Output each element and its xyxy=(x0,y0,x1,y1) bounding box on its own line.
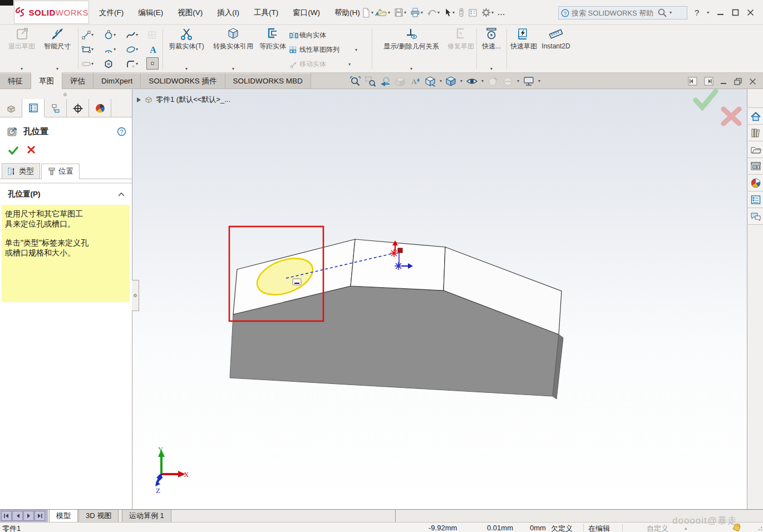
linear-sketch-pattern-button[interactable]: 线性草图阵列 ▾ xyxy=(289,45,357,55)
view-orientation-icon[interactable] xyxy=(425,76,436,87)
configurationmanager-tab[interactable] xyxy=(45,99,67,117)
close-button[interactable] xyxy=(747,9,754,16)
tab-sketch[interactable]: 草图 xyxy=(31,72,62,89)
circle-tool[interactable]: ▾ xyxy=(104,30,116,40)
menu-insert[interactable]: 插入(I) xyxy=(217,8,239,18)
featuremanager-tab[interactable] xyxy=(0,99,22,117)
print-button[interactable]: ▾ xyxy=(409,7,424,18)
collapse-left-icon[interactable] xyxy=(688,77,697,86)
red-handle-square[interactable] xyxy=(398,248,402,253)
tab-features[interactable]: 特征 xyxy=(0,73,31,88)
next-tab-button[interactable] xyxy=(23,511,34,521)
design-library-tab[interactable] xyxy=(748,125,763,141)
doc-minimize-button[interactable] xyxy=(720,78,727,85)
display-style-icon[interactable] xyxy=(445,76,457,87)
polygon-tool[interactable] xyxy=(104,59,114,69)
apply-scene-icon[interactable] xyxy=(502,76,514,87)
last-tab-button[interactable] xyxy=(35,511,45,521)
menu-help[interactable]: 帮助(H) xyxy=(334,8,360,18)
sketch-fillet-tool[interactable]: ▾ xyxy=(126,59,138,69)
collapse-chevron-icon[interactable] xyxy=(117,192,125,197)
home-tab[interactable] xyxy=(748,108,763,125)
sketch-picture-tool[interactable] xyxy=(147,30,157,40)
toggle-icon[interactable] xyxy=(457,7,465,18)
cancel-button[interactable] xyxy=(27,145,36,154)
custom-properties-tab[interactable] xyxy=(748,191,763,208)
help-button[interactable]: ? xyxy=(695,8,699,17)
custom-tab-caret-icon[interactable]: ▴ xyxy=(685,525,687,531)
view-settings-icon[interactable] xyxy=(523,76,535,87)
tag-icon[interactable] xyxy=(732,524,741,531)
move-entities-button[interactable]: 移动实体 ▾ xyxy=(289,60,351,69)
resize-grip[interactable] xyxy=(757,525,762,531)
trim-entities-button[interactable]: 剪裁实体(T) ▾ xyxy=(166,27,207,71)
displaymanager-tab[interactable] xyxy=(89,99,111,117)
dimxpertmanager-tab[interactable] xyxy=(67,99,89,117)
search-input[interactable] xyxy=(572,9,655,17)
menu-view[interactable]: 视图(V) xyxy=(178,8,203,18)
graphics-viewport[interactable]: Y X Z 零件1 (默认<<默认>_... xyxy=(132,89,747,509)
hole-position-section-header[interactable]: 孔位置(P) xyxy=(0,183,132,203)
save-button[interactable]: ▾ xyxy=(393,7,407,18)
display-delete-relations-button[interactable]: 显示/删除几何关系 ▾ xyxy=(376,27,446,71)
appearances-tab[interactable] xyxy=(748,175,763,191)
search-scope-dropdown[interactable]: ▾ xyxy=(670,11,672,15)
help-dropdown[interactable]: ▾ xyxy=(707,11,709,15)
3d-views-tab[interactable]: 3D 视图 xyxy=(78,510,119,522)
view-orientation-dropdown[interactable]: ▾ xyxy=(440,79,442,83)
tab-hole-type[interactable]: 类型 xyxy=(2,163,40,179)
point-tool-active[interactable] xyxy=(146,57,159,70)
panel-splitter-dot[interactable] xyxy=(63,93,67,96)
model-tab[interactable]: 模型 xyxy=(49,510,78,522)
view-settings-dropdown[interactable]: ▾ xyxy=(538,79,540,83)
new-document-button[interactable]: ▾ xyxy=(361,7,375,19)
select-cursor-button[interactable]: ▾ xyxy=(442,7,456,18)
ellipse-tool[interactable]: ▾ xyxy=(126,45,138,55)
exit-sketch-button[interactable]: 退出草图 ▾ xyxy=(6,27,38,71)
menu-window[interactable]: 窗口(W) xyxy=(293,8,320,18)
previous-view-icon[interactable] xyxy=(380,76,391,87)
tree-root-label[interactable]: 零件1 (默认<<默认>_... xyxy=(156,95,230,105)
sketch-text-tool[interactable]: A xyxy=(148,45,158,55)
tab-dimxpert[interactable]: DimXpert xyxy=(93,73,141,88)
motion-study-tab[interactable]: 运动算例 1 xyxy=(122,510,171,522)
line-tool[interactable]: ▾ xyxy=(81,30,93,40)
file-explorer-tab[interactable] xyxy=(748,141,763,158)
hide-show-dropdown[interactable]: ▾ xyxy=(481,79,484,83)
panel-help-icon[interactable]: ? xyxy=(117,127,126,136)
zoom-fit-icon[interactable] xyxy=(349,76,361,87)
offset-entities-button[interactable]: 等距实体 xyxy=(259,27,286,71)
view-palette-tab[interactable] xyxy=(748,158,763,175)
apply-scene-dropdown[interactable]: ▾ xyxy=(517,79,519,83)
repair-sketch-button[interactable]: 修复草图 xyxy=(447,27,474,71)
tab-addins[interactable]: SOLIDWORKS 插件 xyxy=(141,73,225,88)
confirm-ok-check[interactable] xyxy=(696,91,716,107)
instant2d-button[interactable]: Instant2D xyxy=(539,27,573,71)
menu-tools[interactable]: 工具(T) xyxy=(254,8,278,18)
search-magnifier-icon[interactable] xyxy=(657,8,667,18)
hide-show-items-icon[interactable] xyxy=(466,76,478,87)
arc-tool[interactable]: ▾ xyxy=(104,45,116,55)
forum-tab[interactable] xyxy=(748,208,763,225)
display-style-dropdown[interactable]: ▾ xyxy=(460,79,462,83)
quick-snaps-button[interactable]: 快速... ▾ xyxy=(479,27,504,71)
status-custom-tab[interactable]: 自定义 xyxy=(647,524,668,532)
flyout-feature-tree[interactable]: 零件1 (默认<<默认>_... xyxy=(136,95,230,105)
options-report-icon[interactable] xyxy=(467,7,479,18)
edit-appearance-icon[interactable] xyxy=(487,76,499,87)
minimize-button[interactable] xyxy=(717,9,724,16)
menu-edit[interactable]: 编辑(E) xyxy=(138,8,163,18)
propertymanager-tab[interactable] xyxy=(22,99,45,117)
tab-evaluate[interactable]: 评估 xyxy=(62,73,93,88)
menu-file[interactable]: 文件(F) xyxy=(99,8,124,18)
zoom-area-icon[interactable] xyxy=(365,76,376,87)
panel-collapse-handle[interactable] xyxy=(132,280,139,311)
confirm-cancel-x[interactable] xyxy=(723,109,739,124)
undo-button[interactable]: ▾ xyxy=(426,7,441,18)
slot-tool[interactable]: ▾ xyxy=(81,59,93,69)
doc-close-button[interactable] xyxy=(749,78,756,85)
ok-button[interactable] xyxy=(8,145,19,155)
first-tab-button[interactable] xyxy=(1,511,12,521)
doc-restore-button[interactable] xyxy=(734,78,742,85)
convert-entities-button[interactable]: 转换实体引用 ▾ xyxy=(209,27,257,71)
